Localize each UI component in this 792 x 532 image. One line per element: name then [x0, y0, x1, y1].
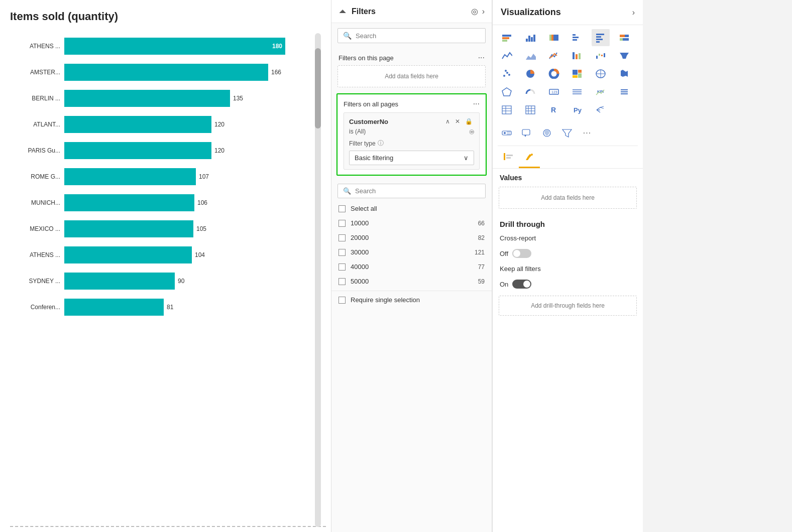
- bar[interactable]: [64, 142, 211, 159]
- list-search-input[interactable]: [355, 187, 480, 195]
- bar[interactable]: [64, 220, 193, 237]
- viz-icon-funnel[interactable]: [615, 47, 633, 64]
- bar-container[interactable]: 104: [64, 246, 326, 263]
- filter-list-item[interactable]: 4000077: [331, 259, 492, 274]
- svg-rect-36: [573, 70, 578, 75]
- filter-type-dropdown[interactable]: Basic filtering ∨: [349, 151, 474, 165]
- viz-icon-100pct-bar[interactable]: [545, 29, 563, 46]
- viz-icon-ai-insights[interactable]: [498, 124, 516, 142]
- filter-item-checkbox[interactable]: [338, 220, 346, 227]
- filter-close-icon[interactable]: ✕: [454, 117, 462, 126]
- bar-container[interactable]: 90: [64, 273, 326, 290]
- viz-icon-line[interactable]: [498, 47, 516, 64]
- keep-filters-toggle-thumb: [523, 281, 530, 288]
- select-all-item[interactable]: Select all: [331, 201, 492, 216]
- filter-hide-icon[interactable]: ◎̶: [469, 128, 474, 135]
- viz-icon-python-visual[interactable]: Py: [568, 101, 586, 118]
- filters-all-pages-menu[interactable]: ···: [473, 99, 480, 108]
- select-all-checkbox[interactable]: [338, 205, 346, 212]
- viz-icon-stacked-bar[interactable]: [498, 29, 516, 46]
- viz-icon-filled-map[interactable]: [615, 65, 633, 82]
- bar[interactable]: [64, 90, 230, 107]
- svg-point-30: [503, 75, 505, 77]
- viz-icon-card[interactable]: 123: [545, 83, 563, 100]
- viz-icon-gauge[interactable]: [521, 83, 539, 100]
- bar-container[interactable]: 180: [64, 38, 326, 55]
- filter-list-search-box[interactable]: 🔍: [337, 184, 486, 198]
- cross-report-toggle-thumb: [513, 250, 520, 257]
- bar-container[interactable]: 105: [64, 220, 326, 237]
- viz-tab-fields[interactable]: [498, 148, 519, 168]
- svg-rect-11: [573, 37, 579, 38]
- viz-icon-shape-map[interactable]: [498, 83, 516, 100]
- viz-icon-area[interactable]: [521, 47, 539, 64]
- filters-eye-icon[interactable]: ◎: [471, 7, 478, 16]
- bar-container[interactable]: 120: [64, 142, 326, 159]
- viz-icon-r-visual[interactable]: R: [545, 101, 563, 118]
- viz-chevron-icon[interactable]: ›: [632, 8, 635, 17]
- filter-type-dropdown-label: Basic filtering: [355, 154, 461, 162]
- viz-icon-donut[interactable]: [545, 65, 563, 82]
- bar[interactable]: [64, 168, 196, 185]
- viz-icon-ellipsis[interactable]: ···: [578, 124, 596, 142]
- bar-container[interactable]: 81: [64, 299, 326, 316]
- filter-item-checkbox[interactable]: [338, 263, 346, 271]
- filters-this-page-add[interactable]: Add data fields here: [337, 65, 486, 87]
- filter-search-box[interactable]: 🔍: [337, 28, 486, 43]
- bar-container[interactable]: 166: [64, 64, 326, 81]
- bar[interactable]: [64, 194, 194, 211]
- bar-container[interactable]: 106: [64, 194, 326, 211]
- viz-icon-multirow-card[interactable]: [568, 83, 586, 100]
- filter-list-item[interactable]: 2000082: [331, 230, 492, 245]
- viz-icon-scatter[interactable]: [498, 65, 516, 82]
- viz-icon-smart-filter[interactable]: [558, 124, 576, 142]
- require-single-row[interactable]: Require single selection: [331, 291, 492, 309]
- viz-icon-horiz-bar-active[interactable]: [592, 29, 610, 46]
- bar[interactable]: [64, 273, 175, 290]
- chart-scrollbar-thumb[interactable]: [315, 48, 321, 128]
- bar[interactable]: [64, 299, 164, 316]
- viz-icon-matrix[interactable]: [521, 101, 539, 118]
- viz-icon-horiz-bar[interactable]: [568, 29, 586, 46]
- filter-lock-icon[interactable]: 🔒: [464, 117, 474, 126]
- viz-icon-arcgis[interactable]: [538, 124, 556, 142]
- svg-rect-79: [506, 157, 511, 159]
- bar[interactable]: [64, 246, 192, 263]
- viz-tab-format[interactable]: [519, 148, 540, 168]
- viz-icon-treemap[interactable]: [568, 65, 586, 82]
- bar-container[interactable]: 107: [64, 168, 326, 185]
- add-drill-fields[interactable]: Add drill-through fields here: [499, 296, 637, 316]
- filter-collapse-icon[interactable]: ∧: [444, 117, 451, 126]
- viz-icon-line-clustered[interactable]: [545, 47, 563, 64]
- filters-chevron-icon[interactable]: ›: [482, 7, 485, 16]
- bar-container[interactable]: 120: [64, 116, 326, 133]
- bar-container[interactable]: 135: [64, 90, 326, 107]
- cross-report-toggle[interactable]: [512, 249, 531, 258]
- viz-icon-bar[interactable]: [521, 29, 539, 46]
- viz-add-values-fields[interactable]: Add data fields here: [499, 187, 637, 209]
- viz-icon-decomp-tree[interactable]: [592, 101, 610, 118]
- viz-icon-100pct-horiz[interactable]: [615, 29, 633, 46]
- filter-item-checkbox[interactable]: [338, 278, 346, 285]
- filter-search-input[interactable]: [356, 32, 480, 40]
- viz-icon-waterfall[interactable]: [592, 47, 610, 64]
- viz-icon-table[interactable]: [498, 101, 516, 118]
- filters-this-page-menu[interactable]: ···: [478, 53, 485, 62]
- bar[interactable]: 180: [64, 38, 285, 55]
- filter-list-item[interactable]: 30000121: [331, 245, 492, 259]
- viz-icon-ribbon[interactable]: [568, 47, 586, 64]
- bar[interactable]: [64, 116, 211, 133]
- viz-icon-slicer[interactable]: [615, 83, 633, 100]
- require-single-checkbox[interactable]: [338, 297, 346, 304]
- viz-icon-qa[interactable]: [518, 124, 536, 142]
- filter-list-item[interactable]: 1000066: [331, 216, 492, 230]
- keep-filters-toggle[interactable]: [512, 280, 531, 289]
- viz-icon-map[interactable]: [592, 65, 610, 82]
- chart-scrollbar[interactable]: [315, 33, 321, 527]
- filter-item-checkbox[interactable]: [338, 234, 346, 241]
- bar[interactable]: [64, 64, 268, 81]
- viz-icon-pie[interactable]: [521, 65, 539, 82]
- filter-item-checkbox[interactable]: [338, 249, 346, 256]
- viz-icon-kpi[interactable]: KPI: [592, 83, 610, 100]
- filter-list-item[interactable]: 5000059: [331, 274, 492, 289]
